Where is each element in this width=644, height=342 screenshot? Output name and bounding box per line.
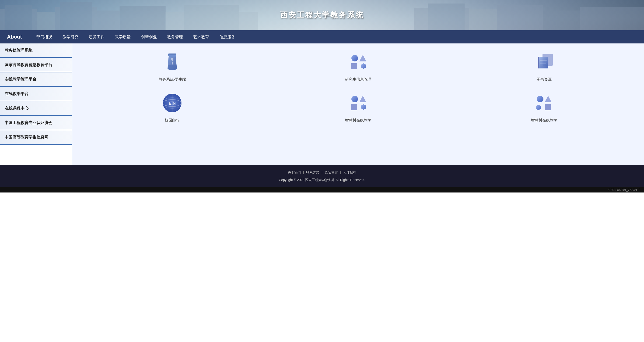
- nav-item-6[interactable]: 艺术教育: [188, 30, 214, 44]
- svg-marker-19: [359, 55, 366, 61]
- sidebar-item-3[interactable]: 在线教学平台: [0, 87, 72, 101]
- academic-student-icon: [160, 51, 184, 74]
- sidebar-item-4[interactable]: 在线课程中心: [0, 101, 72, 116]
- svg-rect-2: [37, 12, 55, 30]
- footer-link-2[interactable]: 给我留言: [324, 170, 339, 174]
- nav-item-7[interactable]: 信息服务: [214, 30, 240, 44]
- svg-rect-14: [580, 7, 644, 30]
- svg-marker-40: [544, 96, 552, 102]
- svg-rect-27: [540, 64, 546, 64]
- svg-marker-42: [536, 105, 541, 110]
- sidebar-item-1[interactable]: 国家高等教育智慧教育平台: [0, 58, 72, 72]
- bottom-bar: CSDN @2301_77300113: [0, 187, 644, 193]
- zhihui-tree2-label: 智慧树在线教学: [531, 118, 557, 123]
- site-title: 西安工程大学教务系统: [280, 10, 364, 20]
- zhihui-tree1-icon: [346, 91, 370, 115]
- svg-rect-25: [540, 60, 547, 61]
- zhihui-tree1-label: 智慧树在线教学: [345, 118, 371, 123]
- icon-cell-library[interactable]: 图书资源: [453, 51, 635, 82]
- svg-rect-6: [120, 6, 166, 30]
- icon-grid: 教务系统-学生端: [82, 51, 635, 123]
- svg-rect-10: [428, 4, 464, 30]
- grad-info-label: 研究生信息管理: [345, 77, 371, 82]
- navbar-about: About: [5, 34, 24, 40]
- footer-link-1[interactable]: 联系方式: [305, 170, 320, 174]
- svg-rect-11: [469, 9, 497, 30]
- academic-student-label: 教务系统-学生端: [159, 77, 186, 82]
- sidebar-item-5[interactable]: 中国工程教育专业认证协会: [0, 116, 72, 130]
- nav-item-5[interactable]: 教务管理: [162, 30, 188, 44]
- library-icon: [532, 51, 556, 74]
- svg-rect-23: [538, 57, 548, 68]
- svg-rect-41: [545, 104, 551, 110]
- icon-cell-campus-mail[interactable]: EIN 校园邮箱: [82, 91, 263, 123]
- svg-text:EIN: EIN: [169, 101, 176, 106]
- svg-rect-26: [540, 62, 545, 62]
- nav-item-3[interactable]: 教学质量: [110, 30, 136, 44]
- svg-rect-16: [169, 55, 176, 57]
- svg-rect-4: [60, 2, 92, 30]
- sidebar-item-2[interactable]: 实践教学管理平台: [0, 72, 72, 87]
- footer-link-3[interactable]: 人才招聘: [342, 170, 358, 174]
- footer-links: 关于我们 | 联系方式 | 给我留言 | 人才招聘: [5, 169, 639, 176]
- bottom-bar-text: CSDN @2301_77300113: [608, 188, 640, 192]
- nav-item-1[interactable]: 教学研究: [58, 30, 84, 44]
- sidebar: 教务处管理系统 国家高等教育智慧教育平台 实践教学管理平台 在线教学平台 在线课…: [0, 44, 72, 165]
- campus-mail-label: 校园邮箱: [165, 118, 180, 123]
- svg-rect-13: [543, 11, 580, 30]
- sidebar-item-6[interactable]: 中国高等教育学生信息网: [0, 130, 72, 145]
- svg-point-35: [352, 96, 358, 102]
- svg-point-18: [352, 55, 358, 61]
- nav-item-0[interactable]: 部门概况: [31, 30, 58, 44]
- svg-marker-38: [361, 104, 366, 110]
- svg-rect-20: [351, 63, 357, 69]
- zhihui-tree2-icon: [532, 91, 556, 115]
- site-header: 西安工程大学教务系统: [0, 0, 644, 30]
- footer-link-0[interactable]: 关于我们: [286, 170, 302, 174]
- icon-cell-zhihui1[interactable]: 智慧树在线教学: [268, 91, 449, 123]
- grad-info-icon: [346, 51, 370, 74]
- svg-rect-8: [184, 5, 240, 30]
- sidebar-item-0[interactable]: 教务处管理系统: [0, 44, 72, 58]
- icon-cell-academic-student[interactable]: 教务系统-学生端: [82, 51, 263, 82]
- svg-rect-24: [538, 57, 539, 68]
- campus-mail-icon: EIN: [160, 91, 184, 115]
- svg-marker-36: [359, 96, 366, 102]
- icon-cell-grad-info[interactable]: 研究生信息管理: [268, 51, 449, 82]
- svg-rect-17: [172, 62, 173, 65]
- svg-marker-21: [361, 63, 366, 69]
- library-label: 图书资源: [537, 77, 552, 82]
- main-content: 教务处管理系统 国家高等教育智慧教育平台 实践教学管理平台 在线教学平台 在线课…: [0, 44, 644, 165]
- icon-cell-zhihui2[interactable]: 智慧树在线教学: [453, 91, 635, 123]
- svg-point-39: [537, 96, 544, 102]
- svg-rect-37: [351, 104, 357, 110]
- svg-rect-12: [497, 5, 543, 30]
- svg-rect-1: [5, 5, 32, 30]
- nav-item-4[interactable]: 创新创业: [136, 30, 162, 44]
- main-navbar: About 部门概况 教学研究 建党工作 教学质量 创新创业 教务管理 艺术教育…: [0, 30, 644, 44]
- footer-copyright: Copyright © 2022.西安工程大学教务处 All Rights Re…: [5, 177, 639, 183]
- nav-item-2[interactable]: 建党工作: [84, 30, 110, 44]
- svg-rect-5: [96, 11, 120, 30]
- footer-sep-2: |: [340, 170, 341, 174]
- footer: 关于我们 | 联系方式 | 给我留言 | 人才招聘 Copyright © 20…: [0, 165, 644, 187]
- navbar-items: 部门概况 教学研究 建党工作 教学质量 创新创业 教务管理 艺术教育 信息服务: [31, 30, 240, 44]
- footer-sep-0: |: [303, 170, 304, 174]
- footer-sep-1: |: [322, 170, 322, 174]
- icon-grid-section: 教务系统-学生端: [72, 44, 644, 165]
